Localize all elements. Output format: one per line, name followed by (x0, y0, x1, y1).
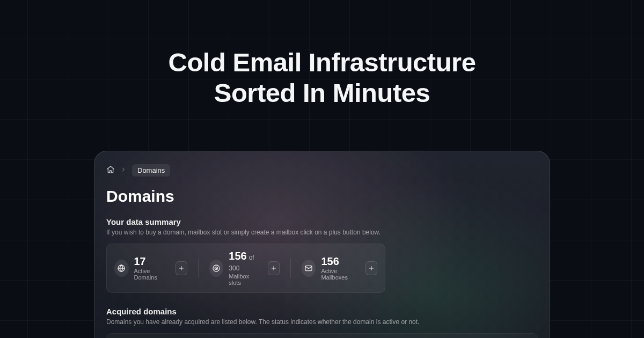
stat-slots-value: 156of 300 (229, 251, 260, 272)
stat-domains-label: Active Domains (134, 268, 168, 281)
acquired-title: Acquired domains (106, 307, 538, 316)
stat-divider (198, 259, 199, 278)
mail-icon (302, 260, 316, 277)
globe-icon (114, 260, 129, 277)
breadcrumb: Domains (106, 164, 538, 177)
stat-slots-number: 156 (229, 250, 246, 262)
stats-panel: 17 Active Domains 156of 300 Mailbox slot… (106, 244, 385, 293)
page-title: Domains (106, 187, 538, 205)
headline-line-1: Cold Email Infrastructure (169, 48, 476, 77)
add-domain-button[interactable] (175, 261, 187, 275)
summary-title: Your data summary (106, 217, 538, 226)
add-slot-button[interactable] (268, 261, 280, 275)
slots-icon (209, 260, 223, 277)
home-icon[interactable] (106, 165, 115, 175)
stat-mailboxes-label: Active Mailboxes (321, 268, 357, 281)
stat-mailboxes-value: 156 (321, 256, 357, 267)
hero-headline: Cold Email Infrastructure Sorted In Minu… (0, 47, 644, 108)
breadcrumb-current[interactable]: Domains (132, 164, 170, 177)
stat-active-mailboxes: 156 Active Mailboxes (302, 256, 358, 281)
stat-mailbox-slots: 156of 300 Mailbox slots (209, 251, 260, 286)
summary-subtitle: If you wish to buy a domain, mailbox slo… (106, 229, 538, 236)
stat-active-domains: 17 Active Domains (114, 256, 168, 281)
stat-divider (290, 259, 291, 278)
chevron-right-icon (120, 166, 127, 174)
add-mailbox-button[interactable] (365, 261, 377, 275)
acquired-subtitle: Domains you have already acquired are li… (106, 318, 538, 326)
domains-table: Domain name mailforge.ai (106, 333, 538, 338)
headline-line-2: Sorted In Minutes (214, 78, 430, 107)
stat-slots-label: Mailbox slots (229, 273, 260, 286)
table-header-domain-name: Domain name (107, 334, 537, 338)
stat-domains-value: 17 (134, 256, 168, 267)
app-window: Domains Domains Your data summary If you… (94, 151, 550, 338)
svg-point-5 (216, 268, 216, 268)
